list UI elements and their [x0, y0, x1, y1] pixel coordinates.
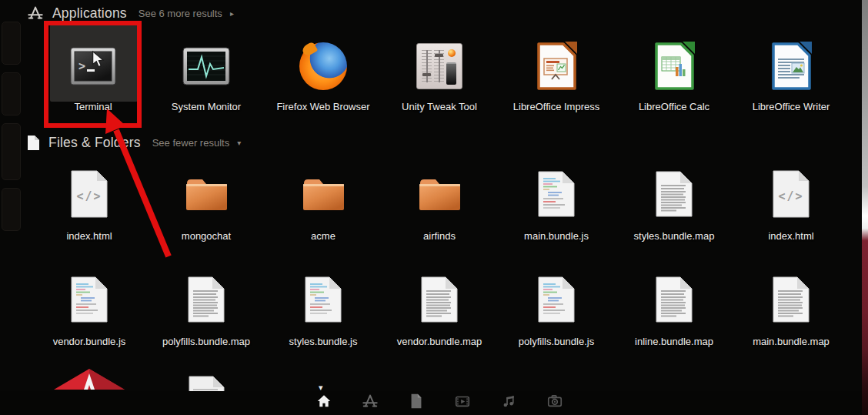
- music-lens-icon[interactable]: [500, 393, 517, 410]
- html-code-file-icon: </>: [771, 169, 811, 219]
- file-tile[interactable]: styles.bundle.map: [616, 162, 732, 247]
- file-tile[interactable]: airfinds: [382, 162, 497, 247]
- file-label: index.html: [66, 230, 112, 242]
- applications-title: Applications: [52, 5, 127, 22]
- source-file-icon: [537, 169, 576, 219]
- angular-logo-partial-icon[interactable]: [52, 366, 126, 393]
- text-file-icon: [655, 275, 693, 324]
- text-file-icon: [187, 275, 225, 324]
- file-label: polyfills.bundle.js: [519, 336, 594, 347]
- unity-tweak-tool-icon: [416, 42, 462, 91]
- collapse-arrow-icon[interactable]: ▾: [237, 139, 241, 147]
- source-file-icon: [70, 275, 108, 324]
- file-label: main.bundle.js: [524, 230, 589, 242]
- file-tile[interactable]: </> index.html: [32, 162, 147, 247]
- file-label: polyfills.bundle.map: [162, 336, 250, 347]
- app-label: LibreOffice Calc: [639, 101, 709, 112]
- applications-lens-icon: [27, 5, 44, 22]
- libreoffice-writer-icon: [770, 42, 812, 91]
- file-tile[interactable]: </> index.html: [733, 162, 849, 247]
- file-tile[interactable]: styles.bundle.js: [265, 268, 381, 353]
- unity-dash: Applications See 6 more results ▸ > Term…: [0, 0, 868, 415]
- files-title: Files & Folders: [48, 135, 141, 151]
- annotation-highlight-box: [44, 21, 142, 128]
- app-tile-libreoffice-writer[interactable]: LibreOffice Writer: [733, 23, 849, 119]
- app-label: System Monitor: [172, 101, 241, 112]
- file-label: styles.bundle.js: [289, 336, 358, 347]
- source-file-icon: [537, 275, 576, 324]
- svg-text:</>: </>: [76, 189, 102, 203]
- mouse-cursor: [90, 50, 107, 69]
- file-tile[interactable]: vendor.bundle.map: [382, 268, 497, 353]
- home-lens-icon[interactable]: [315, 393, 332, 410]
- libreoffice-calc-icon: [653, 42, 695, 91]
- app-label: Firefox Web Browser: [276, 101, 369, 112]
- source-file-icon: [304, 275, 342, 324]
- file-label: vendor.bundle.js: [53, 336, 126, 347]
- file-label: vendor.bundle.map: [397, 336, 482, 347]
- svg-text:</>: </>: [778, 189, 803, 203]
- app-tile-firefox[interactable]: Firefox Web Browser: [265, 23, 381, 119]
- app-label: LibreOffice Impress: [513, 101, 599, 112]
- app-tile-libreoffice-impress[interactable]: LibreOffice Impress: [499, 23, 614, 119]
- launcher-hint: [2, 72, 21, 115]
- applications-results-toggle[interactable]: See 6 more results: [139, 8, 222, 19]
- folder-icon: [301, 169, 346, 219]
- app-tile-system-monitor[interactable]: System Monitor: [149, 23, 264, 119]
- active-lens-caret-icon: ▾: [319, 383, 323, 393]
- libreoffice-impress-icon: [536, 42, 577, 91]
- file-label: inline.bundle.map: [635, 336, 713, 347]
- text-file-icon: [420, 275, 459, 324]
- app-label: LibreOffice Writer: [753, 101, 830, 112]
- video-lens-icon[interactable]: [454, 393, 471, 410]
- file-label: acme: [311, 230, 336, 242]
- html-code-file-icon: </>: [69, 169, 109, 219]
- file-label: index.html: [768, 230, 813, 242]
- file-tile[interactable]: polyfills.bundle.map: [149, 268, 264, 353]
- text-file-icon: [655, 169, 693, 219]
- firefox-icon: [299, 42, 347, 91]
- launcher-hint: [2, 22, 21, 65]
- app-tile-libreoffice-calc[interactable]: LibreOffice Calc: [616, 23, 732, 119]
- file-label: styles.bundle.map: [634, 230, 715, 242]
- files-section-header: Files & Folders See fewer results ▾: [27, 132, 241, 152]
- launcher-hint: [2, 188, 21, 231]
- file-tile[interactable]: mongochat: [149, 162, 264, 247]
- file-tile[interactable]: vendor.bundle.js: [32, 268, 147, 353]
- folder-icon: [184, 169, 229, 219]
- file-tile[interactable]: main.bundle.map: [733, 268, 849, 353]
- expand-arrow-icon[interactable]: ▸: [230, 9, 234, 18]
- bottom-fade: [0, 391, 862, 415]
- files-lens-icon[interactable]: [408, 393, 425, 410]
- file-label: mongochat: [182, 230, 231, 242]
- files-results-toggle[interactable]: See fewer results: [152, 137, 229, 149]
- app-tile-unity-tweak-tool[interactable]: Unity Tweak Tool: [382, 23, 497, 119]
- launcher-hint: [2, 123, 21, 180]
- folder-icon: [417, 169, 462, 219]
- file-label: airfinds: [423, 230, 456, 242]
- file-tile[interactable]: inline.bundle.map: [616, 268, 732, 353]
- photos-lens-icon[interactable]: [546, 393, 563, 410]
- desktop-edge-strip: [862, 0, 868, 415]
- app-label: Unity Tweak Tool: [402, 101, 477, 112]
- text-file-icon: [772, 275, 810, 324]
- applications-lens-icon[interactable]: [362, 393, 379, 410]
- file-label: main.bundle.map: [753, 336, 830, 347]
- system-monitor-icon: [182, 42, 230, 91]
- files-lens-icon: [27, 135, 40, 151]
- file-tile[interactable]: acme: [265, 162, 381, 247]
- file-tile[interactable]: polyfills.bundle.js: [499, 268, 614, 353]
- file-tile[interactable]: main.bundle.js: [499, 162, 614, 247]
